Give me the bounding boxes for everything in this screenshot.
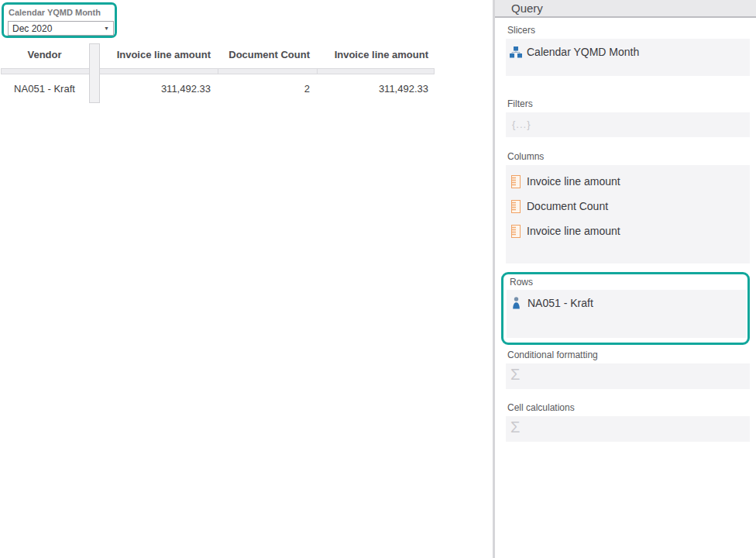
cell-document-count[interactable]: 2 bbox=[217, 78, 316, 100]
query-panel-header: Query bbox=[495, 0, 756, 18]
item-label: Document Count bbox=[527, 200, 608, 212]
filters-section-label: Filters bbox=[507, 98, 756, 109]
measure-icon bbox=[509, 175, 522, 188]
table-header-bar bbox=[1, 68, 435, 74]
item-label: NA051 - Kraft bbox=[527, 297, 593, 309]
slicers-dropzone[interactable]: Calendar YQMD Month bbox=[506, 39, 750, 76]
cell-calculations-section-label: Cell calculations bbox=[507, 402, 756, 413]
measure-icon bbox=[509, 225, 522, 238]
filters-dropzone[interactable]: {...} bbox=[506, 112, 750, 137]
app-window: Calendar YQMD Month Dec 2020 ▼ Vendor In… bbox=[0, 0, 756, 558]
column-header-vendor[interactable]: Vendor bbox=[0, 44, 89, 66]
measure-icon bbox=[509, 200, 522, 213]
rows-section-label: Rows bbox=[510, 277, 746, 288]
slicers-item-calendar-yqmd-month[interactable]: Calendar YQMD Month bbox=[506, 43, 750, 61]
column-header-invoice-line-amount-2[interactable]: Invoice line amount bbox=[316, 44, 435, 66]
columns-section-label: Columns bbox=[507, 151, 756, 162]
slicer-calendar-yqmd-month: Calendar YQMD Month Dec 2020 ▼ bbox=[2, 2, 117, 38]
row-header-splitter[interactable] bbox=[89, 43, 100, 103]
query-panel: Query Slicers Calendar YQMD Month bbox=[495, 0, 756, 558]
columns-dropzone[interactable]: Invoice line amount Document Count bbox=[506, 165, 750, 264]
chevron-down-icon[interactable]: ▼ bbox=[104, 26, 109, 31]
slicer-label: Calendar YQMD Month bbox=[9, 8, 101, 17]
conditional-formatting-section-label: Conditional formatting bbox=[507, 350, 756, 360]
hierarchy-icon bbox=[509, 46, 522, 58]
slicers-section-label: Slicers bbox=[507, 25, 756, 36]
columns-item-document-count[interactable]: Document Count bbox=[506, 194, 750, 219]
slicer-value: Dec 2020 bbox=[12, 23, 104, 34]
filters-placeholder: {...} bbox=[512, 119, 531, 130]
column-separator bbox=[317, 69, 318, 74]
row-header-vendor[interactable]: NA051 - Kraft bbox=[0, 78, 89, 100]
panel-title: Query bbox=[511, 2, 543, 15]
columns-item-invoice-line-amount-2[interactable]: Invoice line amount bbox=[506, 219, 750, 243]
sigma-icon: Σ bbox=[510, 366, 520, 383]
person-icon bbox=[510, 297, 523, 309]
cell-calculations-dropzone[interactable]: Σ bbox=[506, 416, 750, 442]
cell-invoice-line-amount-2[interactable]: 311,492.33 bbox=[316, 78, 435, 100]
sigma-icon: Σ bbox=[510, 418, 520, 436]
cell-invoice-line-amount-1[interactable]: 311,492.33 bbox=[101, 78, 217, 100]
item-label: Calendar YQMD Month bbox=[527, 46, 639, 58]
rows-section-highlight: Rows NA051 - Kraft bbox=[501, 272, 750, 345]
column-header-document-count[interactable]: Document Count bbox=[217, 44, 316, 66]
rows-dropzone[interactable]: NA051 - Kraft bbox=[507, 290, 746, 338]
pivot-table: Vendor Invoice line amount Document Coun… bbox=[0, 44, 435, 106]
conditional-formatting-dropzone[interactable]: Σ bbox=[506, 363, 750, 389]
column-separator bbox=[218, 69, 218, 74]
item-label: Invoice line amount bbox=[527, 175, 620, 188]
item-label: Invoice line amount bbox=[527, 225, 620, 237]
columns-item-invoice-line-amount-1[interactable]: Invoice line amount bbox=[506, 169, 750, 194]
slicer-dropdown[interactable]: Dec 2020 ▼ bbox=[8, 21, 114, 36]
rows-item-na051-kraft[interactable]: NA051 - Kraft bbox=[507, 294, 746, 312]
column-header-invoice-line-amount-1[interactable]: Invoice line amount bbox=[101, 44, 217, 66]
